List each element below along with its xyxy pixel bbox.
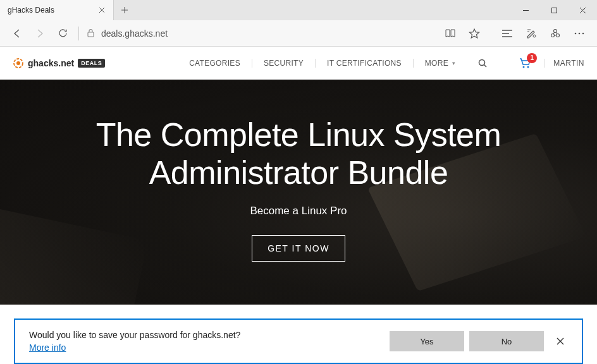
tab-close-button[interactable]: [97, 5, 107, 15]
address-bar[interactable]: deals.ghacks.net: [100, 28, 438, 39]
svg-point-11: [479, 59, 485, 65]
back-button[interactable]: [6, 23, 28, 44]
svg-point-12: [523, 66, 525, 68]
hub-button[interactable]: [496, 23, 519, 44]
logo-icon: [13, 58, 24, 69]
maximize-button[interactable]: [540, 0, 569, 20]
notes-button[interactable]: [520, 23, 543, 44]
nav-more[interactable]: MORE ▾: [414, 59, 467, 68]
nav-menu: CATEGORIES SECURITY IT CERTIFICATIONS MO…: [178, 59, 498, 68]
nav-search-button[interactable]: [467, 59, 498, 68]
search-icon: [478, 59, 487, 68]
reading-view-button[interactable]: [439, 23, 462, 44]
prompt-message: Would you like to save your password for…: [29, 330, 385, 340]
new-tab-button[interactable]: [114, 0, 135, 20]
favorites-button[interactable]: [463, 23, 486, 44]
prompt-close-button[interactable]: [549, 330, 572, 353]
hero-cta-button[interactable]: GET IT NOW: [252, 235, 345, 262]
logo-badge: DEALS: [78, 59, 105, 68]
browser-titlebar: gHacks Deals: [0, 0, 597, 20]
browser-toolbar: deals.ghacks.net: [0, 20, 597, 47]
svg-point-4: [551, 33, 555, 37]
forward-button[interactable]: [29, 23, 51, 44]
prompt-more-info-link[interactable]: More info: [29, 343, 66, 353]
nav-it-certifications[interactable]: IT CERTIFICATIONS: [316, 59, 413, 68]
site-logo[interactable]: ghacks.net DEALS: [13, 58, 105, 69]
save-password-prompt: Would you like to save your password for…: [14, 318, 583, 364]
window-close-button[interactable]: [569, 0, 597, 20]
hero-title: The Complete Linux System Administrator …: [96, 116, 502, 192]
cart-button[interactable]: 1: [519, 58, 531, 69]
svg-rect-1: [88, 32, 94, 37]
prompt-no-button[interactable]: No: [469, 331, 544, 351]
hero-subtitle: Become a Linux Pro: [250, 205, 347, 217]
chevron-down-icon: ▾: [452, 60, 455, 66]
user-divider: [544, 59, 545, 68]
svg-point-8: [582, 32, 584, 34]
minimize-button[interactable]: [512, 0, 540, 20]
cart-count-badge: 1: [527, 53, 537, 63]
nav-categories[interactable]: CATEGORIES: [178, 59, 252, 68]
hero-banner: The Complete Linux System Administrator …: [0, 80, 597, 305]
toolbar-separator: [78, 27, 79, 40]
tab-title: gHacks Deals: [8, 6, 97, 15]
svg-point-2: [533, 35, 536, 37]
browser-tab[interactable]: gHacks Deals: [0, 0, 114, 20]
prompt-text-group: Would you like to save your password for…: [29, 330, 385, 353]
prompt-yes-button[interactable]: Yes: [390, 331, 464, 351]
hero-title-line1: The Complete Linux System: [96, 116, 502, 153]
svg-rect-0: [552, 8, 557, 13]
svg-point-7: [579, 32, 581, 34]
more-button[interactable]: [568, 23, 591, 44]
titlebar-drag-region[interactable]: [135, 0, 512, 20]
share-button[interactable]: [544, 23, 567, 44]
refresh-button[interactable]: [52, 23, 73, 44]
svg-point-6: [575, 32, 577, 34]
svg-point-10: [16, 61, 20, 65]
hero-title-line2: Administrator Bundle: [149, 154, 448, 191]
lock-icon: [87, 28, 95, 38]
site-navigation: ghacks.net DEALS CATEGORIES SECURITY IT …: [0, 47, 597, 80]
nav-security[interactable]: SECURITY: [252, 59, 315, 68]
close-icon: [557, 337, 564, 345]
nav-more-label: MORE: [425, 59, 448, 68]
logo-text: ghacks.net: [28, 58, 74, 68]
svg-point-5: [557, 33, 560, 37]
username[interactable]: MARTIN: [553, 59, 584, 68]
window-controls: [512, 0, 597, 20]
svg-point-13: [527, 66, 529, 68]
